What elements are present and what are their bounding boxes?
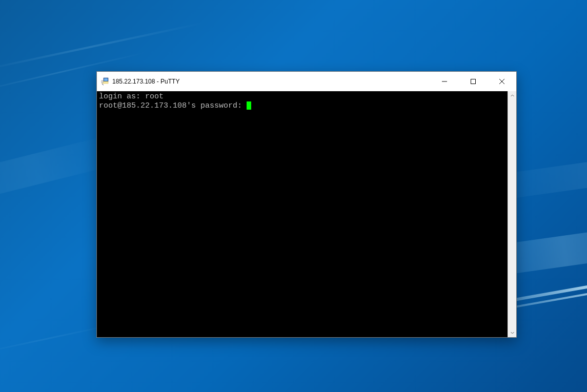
terminal-cursor	[247, 101, 251, 110]
maximize-button[interactable]	[459, 72, 488, 91]
wallpaper-streak	[0, 22, 203, 72]
minimize-button[interactable]	[430, 72, 459, 91]
terminal-area: login as: rootroot@185.22.173.108's pass…	[97, 91, 516, 337]
svg-line-3	[102, 84, 104, 85]
titlebar-buttons	[430, 72, 516, 91]
svg-rect-1	[104, 78, 108, 81]
login-input: root	[145, 92, 164, 101]
svg-rect-4	[102, 80, 103, 83]
svg-rect-6	[471, 79, 476, 84]
scroll-track[interactable]	[508, 100, 516, 328]
scroll-down-button[interactable]	[508, 328, 516, 337]
password-prompt: root@185.22.173.108's password:	[99, 101, 247, 110]
putty-window: 185.22.173.108 - PuTTY login as: rootroo…	[96, 71, 517, 338]
putty-icon	[101, 77, 109, 86]
terminal-line: login as: root	[99, 92, 505, 101]
scroll-up-button[interactable]	[508, 91, 516, 100]
titlebar[interactable]: 185.22.173.108 - PuTTY	[97, 72, 516, 91]
window-title: 185.22.173.108 - PuTTY	[112, 78, 430, 85]
vertical-scrollbar[interactable]	[508, 91, 516, 337]
terminal[interactable]: login as: rootroot@185.22.173.108's pass…	[97, 91, 508, 337]
close-button[interactable]	[488, 72, 516, 91]
login-prompt: login as:	[99, 92, 145, 101]
terminal-line: root@185.22.173.108's password:	[99, 101, 505, 111]
